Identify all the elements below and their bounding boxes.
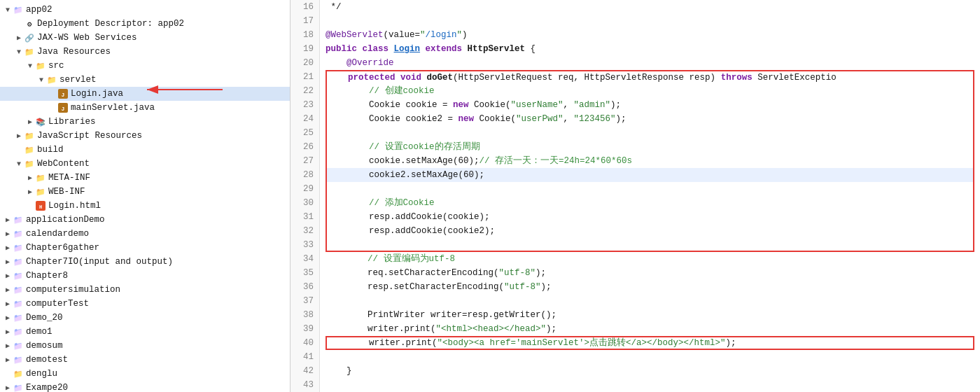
- tree-item-label: src: [48, 61, 64, 71]
- tree-item-chapter7io[interactable]: ▶📁Chapter7IO(input and output): [0, 255, 290, 269]
- tree-item-login-java[interactable]: JLogin.java: [0, 87, 290, 101]
- tree-expand-icon[interactable]: ▶: [25, 174, 35, 182]
- tree-item-login-html[interactable]: HLogin.html: [0, 199, 290, 213]
- tree-expand-icon[interactable]: ▶: [14, 132, 24, 140]
- tree-item-jax-ws[interactable]: ▶🔗JAX-WS Web Services: [0, 31, 290, 45]
- tree-item-label: Chapter6gather: [26, 243, 99, 253]
- code-line: [326, 14, 974, 28]
- tree-item-web-inf[interactable]: ▶📁WEB-INF: [0, 185, 290, 199]
- tree-item-libraries[interactable]: ▶📚Libraries: [0, 115, 290, 129]
- tree-expand-icon[interactable]: ▶: [3, 342, 13, 350]
- code-line: PrintWriter writer=resp.getWriter();: [326, 308, 974, 322]
- line-number: 39: [296, 322, 314, 336]
- code-area: 1617181920212223242526272829303132333435…: [290, 0, 980, 392]
- line-number: 36: [296, 280, 314, 294]
- code-line: // 设置编码为utf-8: [326, 252, 974, 266]
- line-number: 22: [296, 84, 314, 98]
- code-editor: 1617181920212223242526272829303132333435…: [290, 0, 980, 392]
- tree-expand-icon[interactable]: ▶: [25, 118, 35, 126]
- line-number: 25: [296, 126, 314, 140]
- code-line: writer.print("<html><head></head>");: [326, 322, 974, 336]
- line-number: 16: [296, 0, 314, 14]
- tree-expand-icon[interactable]: ▶: [3, 356, 13, 364]
- tree-expand-icon[interactable]: ▼: [3, 6, 13, 14]
- tree-item-label: computerTest: [26, 299, 89, 309]
- tree-item-label: mainServlet.java: [71, 103, 155, 113]
- tree-file-icon: 📁: [35, 60, 46, 71]
- tree-item-denglu[interactable]: 📁denglu: [0, 367, 290, 381]
- tree-expand-icon[interactable]: ▶: [3, 272, 13, 280]
- tree-item-label: servlet: [59, 75, 97, 85]
- line-number: 41: [296, 350, 314, 364]
- tree-file-icon: 📁: [13, 256, 24, 267]
- tree-item-label: Java Resources: [37, 47, 111, 57]
- tree-expand-icon[interactable]: ▶: [3, 244, 13, 252]
- tree-item-demo20[interactable]: ▶📁Demo_20: [0, 311, 290, 325]
- line-number: 34: [296, 252, 314, 266]
- tree-expand-icon[interactable]: ▶: [3, 314, 13, 322]
- tree-expand-icon[interactable]: ▶: [3, 216, 13, 224]
- tree-item-meta-inf[interactable]: ▶📁META-INF: [0, 171, 290, 185]
- tree-item-demotest[interactable]: ▶📁demotest: [0, 353, 290, 367]
- code-line: // 设置cookie的存活周期: [326, 140, 974, 154]
- code-line: [326, 126, 974, 140]
- tree-expand-icon[interactable]: ▶: [3, 384, 13, 392]
- code-line: */: [326, 0, 974, 14]
- line-number: 33: [296, 238, 314, 252]
- line-number: 17: [296, 14, 314, 28]
- tree-expand-icon[interactable]: ▼: [25, 62, 35, 70]
- tree-expand-icon[interactable]: ▶: [3, 300, 13, 308]
- tree-item-label: demotest: [26, 355, 68, 365]
- code-line: resp.addCookie(cookie);: [326, 210, 974, 224]
- tree-file-icon: 📁: [13, 284, 24, 295]
- code-line: Cookie cookie = new Cookie("userName", "…: [326, 98, 974, 112]
- tree-item-label: Login.java: [71, 89, 123, 99]
- tree-item-chapter6gather[interactable]: ▶📁Chapter6gather: [0, 241, 290, 255]
- tree-expand-icon[interactable]: ▶: [14, 34, 24, 42]
- tree-file-icon: 📁: [35, 172, 46, 183]
- tree-file-icon: H: [35, 200, 46, 211]
- tree-item-app02[interactable]: ▼📁app02: [0, 3, 290, 17]
- code-line: [326, 294, 974, 308]
- line-number: 43: [296, 378, 314, 392]
- tree-item-exampe20[interactable]: ▶📁Exampe20: [0, 381, 290, 392]
- tree-expand-icon[interactable]: ▶: [3, 258, 13, 266]
- tree-file-icon: 📁: [46, 74, 57, 85]
- tree-item-webcontent[interactable]: ▼📁WebContent: [0, 157, 290, 171]
- tree-item-calendardemo[interactable]: ▶📁calendardemo: [0, 227, 290, 241]
- tree-item-computertest[interactable]: ▶📁computerTest: [0, 297, 290, 311]
- tree-expand-icon[interactable]: ▼: [36, 76, 46, 84]
- tree-item-js-res[interactable]: ▶📁JavaScript Resources: [0, 129, 290, 143]
- tree-item-main-servlet[interactable]: JmainServlet.java: [0, 101, 290, 115]
- tree-file-icon: 📁: [24, 130, 35, 141]
- tree-item-label: denglu: [26, 369, 57, 379]
- tree-file-icon: 📁: [13, 368, 24, 379]
- tree-item-demosum[interactable]: ▶📁demosum: [0, 339, 290, 353]
- line-number: 29: [296, 182, 314, 196]
- tree-file-icon: 📁: [24, 46, 35, 57]
- tree-expand-icon[interactable]: ▶: [3, 328, 13, 336]
- tree-item-label: calendardemo: [26, 229, 89, 239]
- tree-item-src[interactable]: ▼📁src: [0, 59, 290, 73]
- tree-expand-icon[interactable]: ▼: [14, 48, 24, 56]
- line-number: 19: [296, 42, 314, 56]
- tree-item-build[interactable]: 📁build: [0, 143, 290, 157]
- tree-item-label: Chapter8: [26, 271, 68, 281]
- tree-item-java-res[interactable]: ▼📁Java Resources: [0, 45, 290, 59]
- tree-item-label: JavaScript Resources: [37, 131, 142, 141]
- tree-item-label: WEB-INF: [48, 187, 85, 197]
- code-line: req.setCharacterEncoding("utf-8");: [326, 266, 974, 280]
- tree-item-deployment[interactable]: ⚙Deployment Descriptor: app02: [0, 17, 290, 31]
- tree-item-chapter8[interactable]: ▶📁Chapter8: [0, 269, 290, 283]
- tree-expand-icon[interactable]: ▶: [25, 188, 35, 196]
- file-tree[interactable]: ▼📁app02 ⚙Deployment Descriptor: app02▶🔗J…: [0, 0, 290, 392]
- tree-item-label: demo1: [26, 327, 52, 337]
- tree-item-appdemo[interactable]: ▶📁applicationDemo: [0, 213, 290, 227]
- tree-item-demo1[interactable]: ▶📁demo1: [0, 325, 290, 339]
- tree-expand-icon[interactable]: ▶: [3, 230, 13, 238]
- tree-expand-icon[interactable]: ▶: [3, 286, 13, 294]
- code-line: writer.print("<body><a href='mainServlet…: [326, 336, 974, 350]
- tree-item-computersim[interactable]: ▶📁computersimulation: [0, 283, 290, 297]
- tree-item-servlet[interactable]: ▼📁servlet: [0, 73, 290, 87]
- tree-expand-icon[interactable]: ▼: [14, 160, 24, 168]
